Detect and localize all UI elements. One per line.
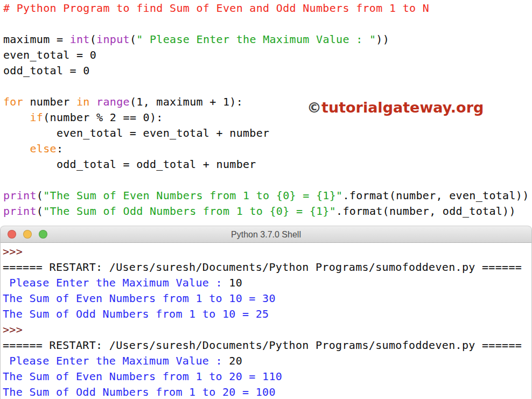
code-line [3,79,532,94]
code-line: even_total = 0 [3,47,532,63]
code-line: odd_total = 0 [3,63,532,79]
shell-line: Please Enter the Maximum Value : 10 [3,275,531,291]
maximize-button[interactable] [39,230,47,239]
code-line: print("The Sum of Even Numbers from 1 to… [3,188,532,204]
window-controls [8,226,47,242]
copyright-icon: © [307,99,321,116]
code-line: odd_total = odd_total + number [3,157,532,172]
shell-titlebar[interactable]: Python 3.7.0 Shell [1,226,531,243]
shell-window: Python 3.7.0 Shell >>>====== RESTART: /U… [0,226,532,399]
shell-line: >>> [3,244,531,260]
shell-line: The Sum of Odd Numbers from 1 to 20 = 10… [3,384,531,399]
code-line: even_total = even_total + number [3,125,532,141]
screen: # Python Program to find Sum of Even and… [0,0,532,399]
shell-output[interactable]: >>>====== RESTART: /Users/suresh/Documen… [1,243,531,399]
shell-line: The Sum of Odd Numbers from 1 to 10 = 25 [3,306,531,322]
shell-line: Please Enter the Maximum Value : 20 [3,353,531,369]
shell-line: ====== RESTART: /Users/suresh/Documents/… [3,260,531,275]
code-line: maximum = int(input(" Please Enter the M… [3,32,532,47]
close-button[interactable] [8,230,16,239]
code-line: # Python Program to find Sum of Even and… [3,1,532,16]
minimize-button[interactable] [23,230,32,239]
shell-line: The Sum of Even Numbers from 1 to 10 = 3… [3,291,531,306]
shell-line: >>> [3,322,531,338]
code-line [3,16,532,32]
shell-line: ====== RESTART: /Users/suresh/Documents/… [3,338,531,353]
watermark: ©tutorialgateway.org [307,100,484,116]
window-title: Python 3.7.0 Shell [1,226,531,243]
code-line: else: [3,141,532,157]
code-line [3,172,532,188]
code-line: print("The Sum of Odd Numbers from 1 to … [3,204,532,219]
watermark-text: tutorialgateway.org [321,99,484,116]
shell-line: The Sum of Even Numbers from 1 to 20 = 1… [3,369,531,384]
